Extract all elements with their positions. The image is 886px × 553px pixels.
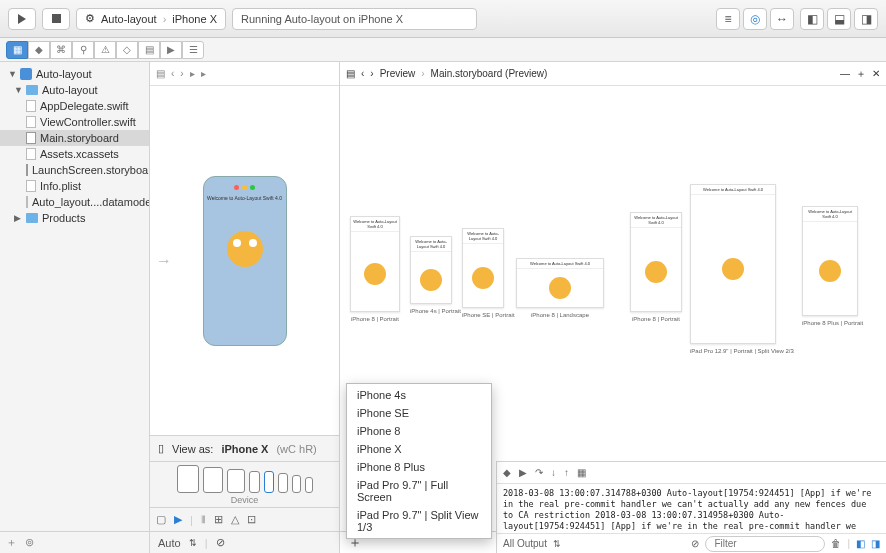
clear-icon[interactable]: ⊘ (216, 536, 225, 549)
close-assistant-icon[interactable]: ✕ (872, 68, 880, 79)
file-row[interactable]: LaunchScreen.storyboard (0, 162, 149, 178)
step-in-icon[interactable]: ↓ (551, 467, 556, 478)
file-row[interactable]: Auto_layout....datamodeld (0, 194, 149, 210)
scheme-selector[interactable]: ⚙ Auto-layout › iPhone X (76, 8, 226, 30)
device-ipad-med[interactable] (203, 467, 223, 493)
output-selector[interactable]: All Output (503, 538, 547, 549)
report-navigator-tab[interactable]: ☰ (182, 41, 204, 59)
console-filter-input[interactable] (705, 536, 825, 552)
symbol-navigator-tab[interactable]: ⌘ (50, 41, 72, 59)
file-row[interactable]: Assets.xcassets (0, 146, 149, 162)
preview-device[interactable]: Welcome to Auto-Layout Swift 4.0 (410, 236, 452, 304)
device-iphone-x[interactable] (264, 471, 274, 493)
assistant-editor-button[interactable]: ◎ (743, 8, 767, 30)
products-row[interactable]: ▶ Products (0, 210, 149, 226)
debug-navigator-tab[interactable]: ▤ (138, 41, 160, 59)
file-row[interactable]: Info.plist (0, 178, 149, 194)
device-menu-item[interactable]: iPhone 8 (347, 422, 491, 440)
device-menu-item[interactable]: iPad Pro 9.7" | Full Screen (347, 476, 491, 506)
preview-crumb[interactable]: Preview (380, 68, 416, 79)
device-menu-item[interactable]: iPhone SE (347, 404, 491, 422)
storyboard-canvas[interactable]: → Welcome to Auto-Layout Swift 4.0 (150, 86, 339, 435)
add-assistant-icon[interactable]: ＋ (856, 67, 866, 81)
canvas-jump-bar[interactable]: ▤ ‹ › ▸ ▸ (150, 62, 339, 86)
preview-device[interactable]: Welcome to Auto-Layout Swift 4.0 (350, 216, 400, 312)
test-navigator-tab[interactable]: ◇ (116, 41, 138, 59)
disclosure-icon[interactable]: ▼ (8, 69, 16, 79)
standard-editor-button[interactable]: ≡ (716, 8, 740, 30)
device-ipad-small[interactable] (227, 469, 245, 493)
device-menu-item[interactable]: iPhone 4s (347, 386, 491, 404)
device-iphone-plus[interactable] (249, 471, 260, 493)
back-icon[interactable]: ‹ (171, 68, 174, 79)
toggle-navigator-button[interactable]: ◧ (800, 8, 824, 30)
viewas-suffix: (wC hR) (276, 443, 316, 455)
file-tree[interactable]: ▼ Auto-layout ▼ Auto-layout AppDelegate.… (0, 62, 149, 531)
device-ipad-large[interactable] (177, 465, 199, 493)
preview-jump-bar[interactable]: ▤ ‹ › Preview › Main.storyboard (Preview… (340, 62, 886, 86)
project-icon (20, 68, 32, 80)
group-row[interactable]: ▼ Auto-layout (0, 82, 149, 98)
device-menu-item[interactable]: iPhone 8 Plus (347, 458, 491, 476)
device-menu-item[interactable]: iPad Pro 9.7" | Split View 1/3 (347, 506, 491, 536)
right-pane-icon[interactable]: ◨ (871, 538, 880, 549)
device-iphone-8[interactable] (278, 473, 288, 493)
add-icon[interactable]: ＋ (6, 535, 17, 550)
disclosure-icon[interactable]: ▶ (14, 213, 22, 223)
resolve-icon[interactable]: △ (231, 513, 239, 526)
step-out-icon[interactable]: ↑ (564, 467, 569, 478)
toggle-debug-button[interactable]: ⬓ (827, 8, 851, 30)
align-icon[interactable]: ⫴ (201, 513, 206, 526)
file-row[interactable]: ViewController.swift (0, 114, 149, 130)
version-editor-button[interactable]: ↔ (770, 8, 794, 30)
device-iphone-se[interactable] (292, 475, 301, 493)
stop-button[interactable] (42, 8, 70, 30)
run-button[interactable] (8, 8, 36, 30)
preview-file-crumb[interactable]: Main.storyboard (Preview) (431, 68, 548, 79)
scope-arrows-icon[interactable]: ⇅ (553, 539, 561, 549)
back-icon[interactable]: ‹ (361, 68, 364, 79)
source-control-tab[interactable]: ◆ (28, 41, 50, 59)
left-pane-icon[interactable]: ◧ (856, 538, 865, 549)
preview-device[interactable]: Welcome to Auto-Layout Swift 4.0 (802, 206, 858, 316)
preview-device[interactable]: Welcome to Auto-Layout Swift 4.0 (630, 212, 682, 312)
project-navigator-tab[interactable]: ▦ (6, 41, 28, 59)
scope-arrows-icon[interactable]: ⇅ (189, 538, 197, 548)
preview-device[interactable]: Welcome to Auto-Layout Swift 4.0 (516, 258, 604, 308)
file-row[interactable]: AppDelegate.swift (0, 98, 149, 114)
issue-navigator-tab[interactable]: ⚠ (94, 41, 116, 59)
auto-scope-label[interactable]: Auto (158, 537, 181, 549)
forward-icon[interactable]: › (180, 68, 183, 79)
related-icon[interactable]: ▤ (156, 68, 165, 79)
minimize-icon[interactable]: — (840, 68, 850, 79)
add-device-menu[interactable]: iPhone 4siPhone SEiPhone 8iPhone XiPhone… (346, 383, 492, 539)
disclosure-icon[interactable]: ▼ (14, 85, 22, 95)
device-iphone-4s[interactable] (305, 477, 313, 493)
filter-icon[interactable]: ⊚ (25, 536, 34, 549)
preview-device[interactable]: Welcome to Auto-Layout Swift 4.0 (690, 184, 776, 344)
trait-bar[interactable]: ▯ View as: iPhone X (wC hR) (150, 435, 339, 461)
continue-icon[interactable]: ▶ (519, 467, 527, 478)
trash-icon[interactable]: 🗑 (831, 538, 841, 549)
device-picker[interactable] (177, 465, 313, 493)
clear-console-icon[interactable]: ⊘ (691, 538, 699, 549)
breakpoint-navigator-tab[interactable]: ▶ (160, 41, 182, 59)
preview-device[interactable]: Welcome to Auto-Layout Swift 4.0 (462, 228, 504, 308)
forward-icon[interactable]: › (370, 68, 373, 79)
file-row[interactable]: Main.storyboard (0, 130, 149, 146)
stack-icon[interactable]: ⊡ (247, 513, 256, 526)
project-row[interactable]: ▼ Auto-layout (0, 66, 149, 82)
pin-icon[interactable]: ⊞ (214, 513, 223, 526)
update-frames-icon[interactable]: ▢ (156, 513, 166, 526)
find-navigator-tab[interactable]: ⚲ (72, 41, 94, 59)
toggle-inspector-button[interactable]: ◨ (854, 8, 878, 30)
view-debug-icon[interactable]: ▦ (577, 467, 586, 478)
embed-icon[interactable]: ▶ (174, 513, 182, 526)
device-menu-item[interactable]: iPhone X (347, 440, 491, 458)
console-output[interactable]: 2018-03-08 13:00:07.314788+0300 Auto-lay… (497, 484, 886, 533)
related-icon[interactable]: ▤ (346, 68, 355, 79)
segue-arrow-icon: → (156, 252, 172, 270)
toggle-breakpoints-icon[interactable]: ◆ (503, 467, 511, 478)
scene-iphone-x[interactable]: Welcome to Auto-Layout Swift 4.0 (203, 176, 287, 346)
step-over-icon[interactable]: ↷ (535, 467, 543, 478)
